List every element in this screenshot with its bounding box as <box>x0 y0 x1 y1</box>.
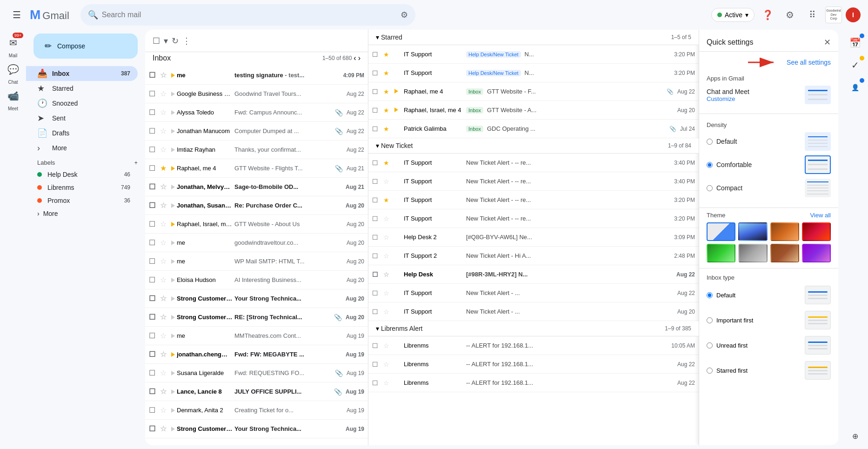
mail-icon-group[interactable]: ✉ 99+ Mail <box>4 34 22 58</box>
active-status-button[interactable]: Active ▾ <box>711 8 754 22</box>
table-row[interactable]: ☐ ☆ Denmark, Anita 2 Creating Ticket for… <box>145 401 368 420</box>
help-button[interactable]: ❓ <box>758 6 777 24</box>
table-row[interactable]: ☐ ☆ Google Business Pro. Goodwind Travel… <box>145 85 368 103</box>
row-checkbox[interactable]: ☐ <box>149 275 158 284</box>
row-checkbox[interactable]: ☐ <box>372 289 381 297</box>
density-compact-radio[interactable] <box>707 185 713 191</box>
table-row[interactable]: ☐ ☆ Susana Ligeralde Fwd: REQUESTING FO.… <box>145 364 368 382</box>
table-row[interactable]: ☐ ☆ me goodwindtraveltour.co... Aug 20 <box>145 234 368 252</box>
list-item[interactable]: ☐ ★ Patrick Galimba Inbox GDC Operating … <box>368 120 699 138</box>
star-button[interactable]: ☆ <box>383 361 393 368</box>
row-checkbox[interactable]: ☐ <box>149 294 158 303</box>
list-item[interactable]: ☐ ★ IT Support Help Desk/New Ticket N...… <box>368 45 699 64</box>
inbox-type-starred-option[interactable]: Starred first <box>707 361 831 380</box>
list-item[interactable]: ☐ ☆ Librenms -- ALERT for 192.168.1... A… <box>368 374 699 392</box>
list-item[interactable]: ☐ ★ IT Support Help Desk/New Ticket N...… <box>368 64 699 82</box>
contacts-icon-button[interactable]: 👤 <box>846 78 864 97</box>
row-checkbox[interactable]: ☐ <box>372 51 381 58</box>
sidebar-item-sent[interactable]: ➤ Sent <box>26 111 138 126</box>
list-item[interactable]: ☐ ☆ IT Support 2 New Ticket Alert - Hi A… <box>368 247 699 265</box>
view-all-themes-link[interactable]: View all <box>810 212 831 219</box>
list-item[interactable]: ☐ ★ IT Support New Ticket Alert - -- re.… <box>368 191 699 209</box>
list-item[interactable]: ☐ ☆ IT Support New Ticket Alert - -- re.… <box>368 172 699 191</box>
star-button[interactable]: ☆ <box>160 257 169 266</box>
list-item[interactable]: ☐ ☆ IT Support New Ticket Alert - ... Au… <box>368 302 699 321</box>
search-input[interactable] <box>102 11 397 19</box>
row-checkbox[interactable]: ☐ <box>149 331 158 340</box>
calendar-icon-button[interactable]: 📅 <box>846 34 864 52</box>
table-row[interactable]: ☐ ☆ Eloisa Hudson AI Interesting Busines… <box>145 271 368 289</box>
star-button[interactable]: ☆ <box>383 234 393 241</box>
table-row[interactable]: ☐ ☆ Jonathan, Melvyn ... 6 Sage-to-Bmobi… <box>145 178 368 196</box>
inbox-type-important-radio[interactable] <box>707 317 713 323</box>
star-button[interactable]: ☆ <box>160 406 169 415</box>
star-button[interactable]: ★ <box>383 159 393 167</box>
settings-button[interactable]: ⚙ <box>781 6 799 24</box>
star-button[interactable]: ☆ <box>160 182 169 191</box>
collapse-starred-button[interactable]: ▾ <box>376 34 379 41</box>
star-button[interactable]: ★ <box>383 196 393 204</box>
theme-1[interactable] <box>738 222 767 241</box>
row-checkbox[interactable]: ☐ <box>372 234 381 241</box>
star-button[interactable]: ☆ <box>160 387 169 396</box>
star-button[interactable]: ☆ <box>160 294 169 303</box>
meet-icon-group[interactable]: 📹 Meet <box>4 87 22 111</box>
row-checkbox[interactable]: ☐ <box>149 238 158 247</box>
row-checkbox[interactable]: ☐ <box>372 379 381 387</box>
row-checkbox[interactable]: ☐ <box>372 107 381 114</box>
row-checkbox[interactable]: ☐ <box>372 342 381 349</box>
row-checkbox[interactable]: ☐ <box>372 361 381 368</box>
inbox-type-starred-radio[interactable] <box>707 368 713 374</box>
meet-icon[interactable]: 📹 <box>4 87 22 105</box>
theme-4[interactable] <box>707 244 735 262</box>
expand-side-panel-button[interactable]: ⊕ <box>846 427 864 445</box>
star-button[interactable]: ☆ <box>160 71 169 80</box>
table-row[interactable]: ☐ ☆ Raphael, Israel, me 4 GTT Website - … <box>145 215 368 234</box>
list-item[interactable]: ☐ ★ Raphael, Israel, me 4 Inbox GTT Webs… <box>368 101 699 120</box>
star-button[interactable]: ☆ <box>160 369 169 377</box>
table-row[interactable]: ☐ ☆ Lance, Lancie 8 JULY OFFICE SUPPLI..… <box>145 382 368 401</box>
star-button[interactable]: ☆ <box>160 145 169 154</box>
search-bar[interactable]: 🔍 ⚙ <box>80 4 415 26</box>
star-button[interactable]: ☆ <box>160 238 169 247</box>
table-row[interactable]: ☐ ☆ Strong Customer Ser. Your Strong Tec… <box>145 420 368 438</box>
table-row[interactable]: ☐ ☆ me testing signature - test... 4:09 … <box>145 66 368 85</box>
row-checkbox[interactable]: ☐ <box>149 164 158 173</box>
mail-icon[interactable]: ✉ 99+ <box>4 34 22 52</box>
star-button[interactable]: ☆ <box>383 252 393 260</box>
star-button[interactable]: ★ <box>383 88 393 95</box>
star-button[interactable]: ☆ <box>383 178 393 185</box>
sidebar-item-starred[interactable]: ★ Starred <box>26 81 138 96</box>
list-item[interactable]: ☐ ☆ IT Support New Ticket Alert - -- re.… <box>368 209 699 228</box>
table-row[interactable]: ☐ ☆ Strong Customer Ser. RE: [Strong Tec… <box>145 308 368 327</box>
more-options-button[interactable]: ⋮ <box>182 36 191 46</box>
row-checkbox[interactable]: ☐ <box>372 271 381 278</box>
inbox-type-unread-radio[interactable] <box>707 342 713 348</box>
sidebar-item-snoozed[interactable]: 🕐 Snoozed <box>26 96 138 111</box>
table-row[interactable]: ☐ ☆ me WP Mail SMTP: HTML T... Aug 20 <box>145 252 368 271</box>
star-button[interactable]: ☆ <box>383 289 393 297</box>
row-checkbox[interactable]: ☐ <box>149 257 158 266</box>
theme-3[interactable] <box>802 222 831 241</box>
customize-link[interactable]: Customize <box>707 95 749 102</box>
theme-default[interactable] <box>707 222 735 241</box>
row-checkbox[interactable]: ☐ <box>149 387 158 396</box>
table-row[interactable]: ☐ ☆ Imtiaz Rayhan Thanks, your confirmat… <box>145 141 368 159</box>
row-checkbox[interactable]: ☐ <box>149 220 158 228</box>
row-checkbox[interactable]: ☐ <box>372 69 381 77</box>
chat-icon-group[interactable]: 💬 Chat <box>4 60 22 85</box>
row-checkbox[interactable]: ☐ <box>149 182 158 191</box>
sidebar-item-drafts[interactable]: 📄 Drafts <box>26 126 138 141</box>
table-row[interactable]: ☐ ☆ Alyssa Toledo Fwd: Campus Announc...… <box>145 103 368 122</box>
row-checkbox[interactable]: ☐ <box>372 252 381 260</box>
theme-7[interactable] <box>802 244 831 262</box>
inbox-type-unread-option[interactable]: Unread first <box>707 336 831 355</box>
table-row[interactable]: ☐ ☆ me MMTheatres.com Cont... Aug 19 <box>145 327 368 345</box>
add-label-button[interactable]: + <box>134 159 138 166</box>
sidebar-item-inbox[interactable]: 📥 Inbox 387 <box>26 66 138 81</box>
see-all-settings-link[interactable]: See all settings <box>787 59 831 66</box>
row-checkbox[interactable]: ☐ <box>372 159 381 167</box>
list-item[interactable]: ☐ ☆ IT Support New Ticket Alert - ... Au… <box>368 284 699 302</box>
star-button[interactable]: ☆ <box>383 342 393 349</box>
theme-2[interactable] <box>770 222 799 241</box>
